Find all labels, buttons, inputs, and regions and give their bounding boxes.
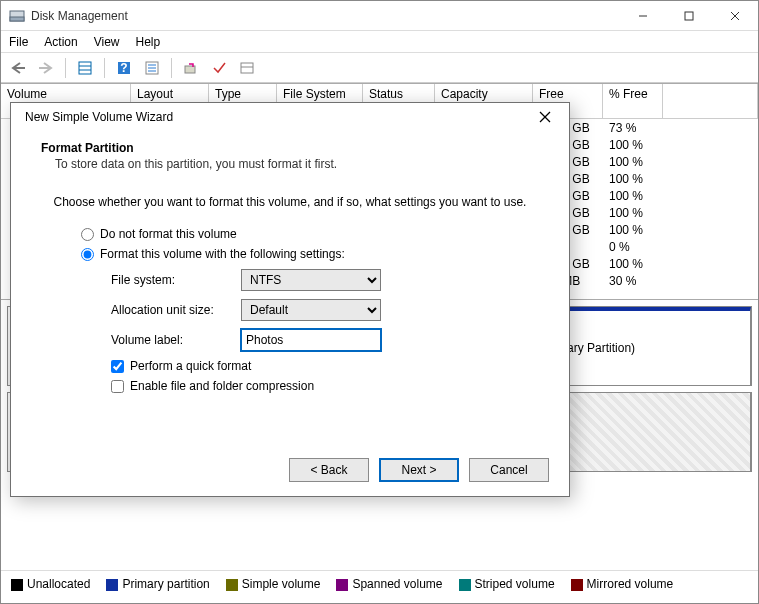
legend-spanned: Spanned volume <box>336 577 442 591</box>
svg-rect-3 <box>685 12 693 20</box>
select-allocation[interactable]: Default <box>241 299 381 321</box>
next-button[interactable]: Next > <box>379 458 459 482</box>
dialog-title: New Simple Volume Wizard <box>25 110 529 124</box>
menu-bar: File Action View Help <box>1 31 758 53</box>
disk-0-part-2-label: ary Partition) <box>567 341 635 355</box>
back-button[interactable]: < Back <box>289 458 369 482</box>
cell-percent-free: 100 % <box>603 189 663 203</box>
checkbox-compression-label: Enable file and folder compression <box>130 379 314 393</box>
legend-mirrored: Mirrored volume <box>571 577 674 591</box>
dialog-body: Choose whether you want to format this v… <box>11 187 569 407</box>
svg-rect-1 <box>10 17 24 21</box>
label-allocation: Allocation unit size: <box>111 303 241 317</box>
maximize-button[interactable] <box>666 1 712 31</box>
cell-percent-free: 100 % <box>603 206 663 220</box>
disk-mgmt-icon <box>9 8 25 24</box>
cancel-button[interactable]: Cancel <box>469 458 549 482</box>
radio-do-not-format-label: Do not format this volume <box>100 227 237 241</box>
refresh-icon[interactable] <box>180 57 202 79</box>
dialog-close-button[interactable] <box>529 105 561 129</box>
checkbox-compression[interactable]: Enable file and folder compression <box>111 379 539 393</box>
settings-list-icon[interactable] <box>141 57 163 79</box>
cell-percent-free: 100 % <box>603 223 663 237</box>
checkbox-quick-format-input[interactable] <box>111 360 124 373</box>
dialog-header: Format Partition To store data on this p… <box>11 131 569 187</box>
legend-unallocated: Unallocated <box>11 577 90 591</box>
svg-text:?: ? <box>120 61 127 75</box>
forward-button[interactable] <box>35 57 57 79</box>
wizard-dialog: New Simple Volume Wizard Format Partitio… <box>10 102 570 497</box>
label-filesystem: File system: <box>111 273 241 287</box>
cell-percent-free: 73 % <box>603 121 663 135</box>
svg-rect-17 <box>185 66 195 73</box>
legend-primary: Primary partition <box>106 577 209 591</box>
table-icon[interactable] <box>236 57 258 79</box>
dialog-buttons: < Back Next > Cancel <box>289 458 549 482</box>
radio-do-not-format[interactable]: Do not format this volume <box>81 227 539 241</box>
legend-simple: Simple volume <box>226 577 321 591</box>
cell-percent-free: 100 % <box>603 138 663 152</box>
cell-percent-free: 100 % <box>603 172 663 186</box>
checkbox-quick-format-label: Perform a quick format <box>130 359 251 373</box>
checkbox-compression-input[interactable] <box>111 380 124 393</box>
menu-action[interactable]: Action <box>44 35 77 49</box>
back-button[interactable] <box>7 57 29 79</box>
legend: Unallocated Primary partition Simple vol… <box>1 570 758 597</box>
dialog-subheading: To store data on this partition, you mus… <box>41 157 539 171</box>
dialog-heading: Format Partition <box>41 141 539 155</box>
help-icon[interactable]: ? <box>113 57 135 79</box>
radio-format-input[interactable] <box>81 248 94 261</box>
menu-help[interactable]: Help <box>136 35 161 49</box>
close-button[interactable] <box>712 1 758 31</box>
format-settings: File system: NTFS Allocation unit size: … <box>111 269 539 351</box>
check-icon[interactable] <box>208 57 230 79</box>
window-title: Disk Management <box>31 9 620 23</box>
checkbox-quick-format[interactable]: Perform a quick format <box>111 359 539 373</box>
toolbar: ? <box>1 53 758 83</box>
cell-percent-free: 0 % <box>603 240 663 254</box>
radio-format-label: Format this volume with the following se… <box>100 247 345 261</box>
cell-percent-free: 100 % <box>603 155 663 169</box>
dialog-titlebar: New Simple Volume Wizard <box>11 103 569 131</box>
cell-percent-free: 100 % <box>603 257 663 271</box>
cell-percent-free: 30 % <box>603 274 663 288</box>
select-filesystem[interactable]: NTFS <box>241 269 381 291</box>
titlebar: Disk Management <box>1 1 758 31</box>
minimize-button[interactable] <box>620 1 666 31</box>
input-volume-label[interactable] <box>241 329 381 351</box>
svg-rect-18 <box>241 63 253 73</box>
menu-view[interactable]: View <box>94 35 120 49</box>
col-percent-free[interactable]: % Free <box>603 84 663 118</box>
disk-0-part-2[interactable]: ary Partition) <box>561 307 751 385</box>
radio-do-not-format-input[interactable] <box>81 228 94 241</box>
svg-rect-8 <box>79 62 91 74</box>
radio-format[interactable]: Format this volume with the following se… <box>81 247 539 261</box>
menu-file[interactable]: File <box>9 35 28 49</box>
properties-icon[interactable] <box>74 57 96 79</box>
label-volume-label: Volume label: <box>111 333 241 347</box>
legend-striped: Striped volume <box>459 577 555 591</box>
instruction-text: Choose whether you want to format this v… <box>41 195 539 209</box>
